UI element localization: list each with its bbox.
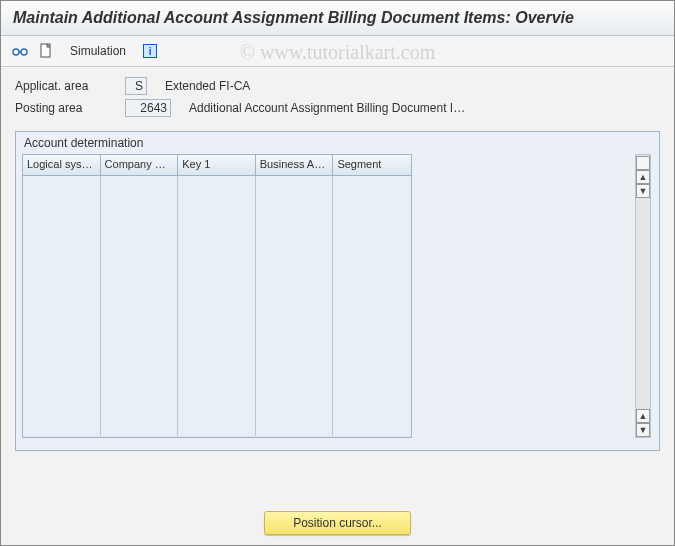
- table-cell[interactable]: [333, 256, 411, 276]
- table-cell[interactable]: [178, 236, 256, 256]
- table-cell[interactable]: [256, 296, 334, 316]
- table-cell[interactable]: [23, 316, 101, 336]
- table-cell[interactable]: [256, 316, 334, 336]
- table-cell[interactable]: [256, 336, 334, 356]
- table-row[interactable]: [23, 396, 411, 416]
- table-cell[interactable]: [333, 416, 411, 436]
- table-cell[interactable]: [23, 356, 101, 376]
- table-cell[interactable]: [256, 416, 334, 436]
- table-cell[interactable]: [101, 376, 179, 396]
- table-cell[interactable]: [333, 356, 411, 376]
- table-cell[interactable]: [333, 176, 411, 196]
- table-cell[interactable]: [178, 196, 256, 216]
- table-cell[interactable]: [178, 316, 256, 336]
- vertical-scrollbar[interactable]: ▲ ▼ ▲ ▼: [635, 154, 651, 438]
- table-cell[interactable]: [101, 196, 179, 216]
- field-row-posting-area: Posting area Additional Account Assignme…: [15, 99, 660, 117]
- scroll-down2-icon[interactable]: ▼: [636, 423, 650, 437]
- table-cell[interactable]: [256, 376, 334, 396]
- scroll-up-icon[interactable]: ▲: [636, 170, 650, 184]
- table-row[interactable]: [23, 176, 411, 196]
- table-row[interactable]: [23, 296, 411, 316]
- table-row[interactable]: [23, 196, 411, 216]
- table-cell[interactable]: [101, 316, 179, 336]
- table-cell[interactable]: [333, 336, 411, 356]
- table-cell[interactable]: [23, 236, 101, 256]
- table-cell[interactable]: [23, 276, 101, 296]
- table-cell[interactable]: [23, 396, 101, 416]
- col-logical-sys[interactable]: Logical sys…: [23, 155, 101, 175]
- col-key1[interactable]: Key 1: [178, 155, 256, 175]
- glasses-icon[interactable]: [9, 40, 31, 62]
- table-row[interactable]: [23, 336, 411, 356]
- info-icon[interactable]: i: [139, 40, 161, 62]
- table-cell[interactable]: [101, 356, 179, 376]
- table-cell[interactable]: [101, 276, 179, 296]
- table-cell[interactable]: [101, 216, 179, 236]
- window-header: Maintain Additional Account Assignment B…: [1, 1, 674, 36]
- table-cell[interactable]: [333, 196, 411, 216]
- table-cell[interactable]: [23, 336, 101, 356]
- table-cell[interactable]: [178, 296, 256, 316]
- table-cell[interactable]: [178, 376, 256, 396]
- table-cell[interactable]: [256, 396, 334, 416]
- table-row[interactable]: [23, 216, 411, 236]
- table-cell[interactable]: [333, 216, 411, 236]
- table-cell[interactable]: [178, 276, 256, 296]
- table-cell[interactable]: [256, 176, 334, 196]
- position-cursor-button[interactable]: Position cursor...: [264, 511, 411, 535]
- table-cell[interactable]: [256, 196, 334, 216]
- table-cell[interactable]: [333, 396, 411, 416]
- table-cell[interactable]: [178, 256, 256, 276]
- table-cell[interactable]: [23, 196, 101, 216]
- table-cell[interactable]: [333, 316, 411, 336]
- table-cell[interactable]: [178, 416, 256, 436]
- table-cell[interactable]: [101, 396, 179, 416]
- col-business-a[interactable]: Business A…: [256, 155, 334, 175]
- simulation-button[interactable]: Simulation: [61, 40, 135, 62]
- table-row[interactable]: [23, 376, 411, 396]
- table-cell[interactable]: [256, 236, 334, 256]
- table-cell[interactable]: [256, 356, 334, 376]
- table-cell[interactable]: [256, 216, 334, 236]
- table-row[interactable]: [23, 416, 411, 436]
- table-cell[interactable]: [178, 336, 256, 356]
- table-cell[interactable]: [333, 376, 411, 396]
- table-cell[interactable]: [23, 216, 101, 236]
- table-cell[interactable]: [333, 296, 411, 316]
- table-row[interactable]: [23, 316, 411, 336]
- table-cell[interactable]: [23, 376, 101, 396]
- table-cell[interactable]: [101, 236, 179, 256]
- table-row[interactable]: [23, 276, 411, 296]
- table-cell[interactable]: [178, 216, 256, 236]
- table-row[interactable]: [23, 356, 411, 376]
- account-table[interactable]: Logical sys… Company … Key 1 Business A……: [22, 154, 412, 438]
- table-cell[interactable]: [256, 256, 334, 276]
- table-cell[interactable]: [23, 176, 101, 196]
- scroll-down-icon[interactable]: ▼: [636, 184, 650, 198]
- col-segment[interactable]: Segment: [333, 155, 411, 175]
- table-cell[interactable]: [23, 416, 101, 436]
- table-cell[interactable]: [256, 276, 334, 296]
- table-cell[interactable]: [101, 256, 179, 276]
- table-cell[interactable]: [333, 236, 411, 256]
- new-page-icon[interactable]: [35, 40, 57, 62]
- applicat-area-input[interactable]: [125, 77, 147, 95]
- table-cell[interactable]: [101, 176, 179, 196]
- table-cell[interactable]: [23, 256, 101, 276]
- table-cell[interactable]: [178, 396, 256, 416]
- table-row[interactable]: [23, 236, 411, 256]
- col-company[interactable]: Company …: [101, 155, 179, 175]
- table-cell[interactable]: [178, 356, 256, 376]
- table-row[interactable]: [23, 256, 411, 276]
- table-cell[interactable]: [101, 296, 179, 316]
- posting-area-input[interactable]: [125, 99, 171, 117]
- scroll-up2-icon[interactable]: ▲: [636, 409, 650, 423]
- table-cell[interactable]: [23, 296, 101, 316]
- table-cell[interactable]: [178, 176, 256, 196]
- scroll-corner-icon: [636, 156, 650, 170]
- table-cell[interactable]: [333, 276, 411, 296]
- applicat-area-label: Applicat. area: [15, 79, 125, 93]
- table-cell[interactable]: [101, 416, 179, 436]
- table-cell[interactable]: [101, 336, 179, 356]
